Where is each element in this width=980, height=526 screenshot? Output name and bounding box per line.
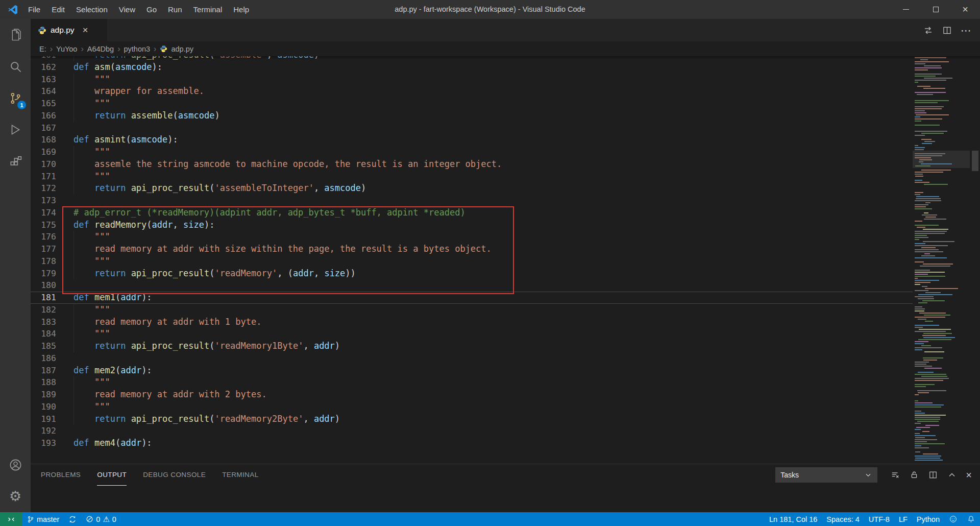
- code-line-181[interactable]: 181def mem1(addr):: [31, 292, 913, 304]
- line-number[interactable]: 189: [31, 389, 56, 401]
- line-number[interactable]: 174: [31, 207, 56, 219]
- split-editor-icon[interactable]: [942, 25, 952, 36]
- line-number[interactable]: 171: [31, 171, 56, 183]
- code-line-172[interactable]: 172 return api_proc_result('assembleToIn…: [31, 182, 913, 195]
- extensions-icon[interactable]: [0, 146, 31, 177]
- line-number[interactable]: 187: [31, 365, 56, 377]
- line-number[interactable]: 183: [31, 316, 56, 328]
- explorer-icon[interactable]: [0, 19, 31, 51]
- menu-item-view[interactable]: View: [113, 0, 141, 19]
- menu-item-selection[interactable]: Selection: [70, 0, 113, 19]
- line-number[interactable]: 176: [31, 231, 56, 243]
- line-number[interactable]: 173: [31, 195, 56, 207]
- menu-item-run[interactable]: Run: [162, 0, 188, 19]
- remote-indicator[interactable]: [0, 512, 22, 526]
- code-line-174[interactable]: 174# adp_error_t (*readMemory)(adpint ad…: [31, 207, 913, 219]
- code-line-166[interactable]: 166 return assemble(asmcode): [31, 110, 913, 122]
- line-number[interactable]: 166: [31, 110, 56, 122]
- panel-tab-problems[interactable]: PROBLEMS: [41, 464, 81, 486]
- indentation[interactable]: Spaces: 4: [822, 512, 864, 526]
- line-number[interactable]: 169: [31, 146, 56, 158]
- more-actions-icon[interactable]: ⋯: [961, 25, 972, 36]
- settings-gear-icon[interactable]: ⚙: [0, 481, 31, 512]
- breadcrumb-item-adp-py[interactable]: adp.py: [171, 45, 193, 53]
- code-line-183[interactable]: 183 read memory at addr with 1 byte.: [31, 316, 913, 328]
- line-number[interactable]: 192: [31, 425, 56, 437]
- line-number[interactable]: 188: [31, 376, 56, 389]
- menu-item-help[interactable]: Help: [228, 0, 255, 19]
- tab-close-icon[interactable]: ×: [83, 25, 88, 36]
- editor[interactable]: 161 return api_proc_result('assemble', a…: [31, 56, 980, 464]
- panel-tab-terminal[interactable]: TERMINAL: [222, 464, 258, 486]
- encoding[interactable]: UTF-8: [864, 512, 894, 526]
- tasks-dropdown[interactable]: Tasks: [775, 467, 877, 483]
- account-icon[interactable]: [0, 449, 31, 481]
- line-number[interactable]: 180: [31, 279, 56, 292]
- minimap[interactable]: [913, 56, 970, 464]
- line-number[interactable]: 175: [31, 219, 56, 231]
- line-number[interactable]: 178: [31, 255, 56, 268]
- maximize-panel-button[interactable]: [947, 470, 957, 480]
- line-number[interactable]: 165: [31, 98, 56, 110]
- line-number[interactable]: 167: [31, 122, 56, 134]
- maximize-button[interactable]: [921, 0, 950, 19]
- code-line-176[interactable]: 176 """: [31, 231, 913, 243]
- line-number[interactable]: 190: [31, 401, 56, 413]
- code-line-186[interactable]: 186: [31, 352, 913, 365]
- menu-item-go[interactable]: Go: [141, 0, 162, 19]
- code-line-182[interactable]: 182 """: [31, 304, 913, 316]
- line-number[interactable]: 170: [31, 158, 56, 171]
- breadcrumb-item-python3[interactable]: python3: [124, 45, 151, 53]
- line-number[interactable]: 181: [31, 292, 56, 304]
- run-debug-icon[interactable]: [0, 114, 31, 146]
- lock-scroll-button[interactable]: [909, 470, 919, 480]
- code-line-169[interactable]: 169 """: [31, 146, 913, 158]
- menu-item-terminal[interactable]: Terminal: [188, 0, 228, 19]
- git-branch-item[interactable]: master: [22, 512, 64, 526]
- code-line-191[interactable]: 191 return api_proc_result('readMemory2B…: [31, 413, 913, 425]
- breadcrumb-item-yuyoo[interactable]: YuYoo: [56, 45, 77, 53]
- code-line-170[interactable]: 170 assemle the string asmcode to machin…: [31, 158, 913, 171]
- code-line-163[interactable]: 163 """: [31, 74, 913, 86]
- line-number[interactable]: 193: [31, 437, 56, 449]
- sync-button[interactable]: [64, 512, 81, 526]
- code-line-189[interactable]: 189 read memory at addr with 2 bytes.: [31, 389, 913, 401]
- line-number[interactable]: 184: [31, 328, 56, 340]
- breadcrumb-item-e-[interactable]: E:: [39, 45, 46, 53]
- source-control-icon[interactable]: 1: [0, 82, 31, 114]
- notifications-bell[interactable]: [962, 512, 980, 526]
- minimap-slider[interactable]: [913, 151, 970, 168]
- problems-item[interactable]: 0 ⚠ 0: [81, 512, 121, 526]
- line-number[interactable]: 161: [31, 56, 56, 61]
- code-line-180[interactable]: 180: [31, 279, 913, 292]
- menu-item-edit[interactable]: Edit: [46, 0, 70, 19]
- line-number[interactable]: 191: [31, 413, 56, 425]
- line-number[interactable]: 179: [31, 268, 56, 280]
- code-line-171[interactable]: 171 """: [31, 171, 913, 183]
- cursor-position[interactable]: Ln 181, Col 16: [765, 512, 822, 526]
- clear-output-button[interactable]: [890, 470, 900, 480]
- line-number[interactable]: 168: [31, 134, 56, 146]
- feedback-button[interactable]: [944, 512, 962, 526]
- code-line-168[interactable]: 168def asmint(asmcode):: [31, 134, 913, 146]
- code-line-175[interactable]: 175def readMemory(addr, size):: [31, 219, 913, 231]
- breadcrumb-item-a64dbg[interactable]: A64Dbg: [87, 45, 114, 53]
- code-line-161[interactable]: 161 return api_proc_result('assemble', a…: [31, 56, 913, 61]
- panel-tab-debug-console[interactable]: DEBUG CONSOLE: [143, 464, 206, 486]
- line-number[interactable]: 186: [31, 352, 56, 365]
- line-number[interactable]: 172: [31, 182, 56, 195]
- open-changes-icon[interactable]: [923, 25, 934, 36]
- eol[interactable]: LF: [894, 512, 912, 526]
- line-number[interactable]: 163: [31, 74, 56, 86]
- code-line-187[interactable]: 187def mem2(addr):: [31, 365, 913, 377]
- close-button[interactable]: ×: [950, 0, 980, 19]
- code-line-179[interactable]: 179 return api_proc_result('readMemory',…: [31, 268, 913, 280]
- search-icon[interactable]: [0, 51, 31, 82]
- close-panel-button[interactable]: ×: [966, 470, 972, 480]
- code-line-184[interactable]: 184 """: [31, 328, 913, 340]
- code-line-190[interactable]: 190 """: [31, 401, 913, 413]
- panel-tab-output[interactable]: OUTPUT: [97, 464, 127, 486]
- code-line-178[interactable]: 178 """: [31, 255, 913, 268]
- code-line-164[interactable]: 164 wrapper for assemble.: [31, 85, 913, 98]
- language-mode[interactable]: Python: [912, 512, 944, 526]
